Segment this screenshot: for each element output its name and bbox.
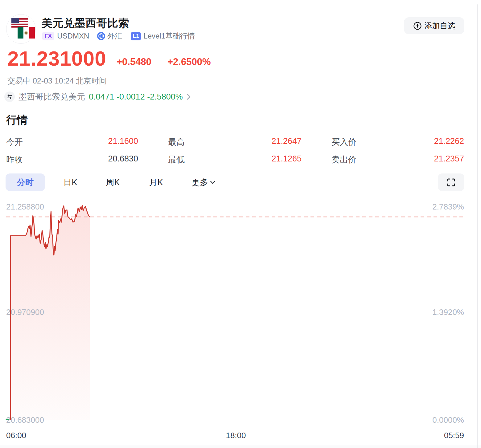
stat-label-bid: 买入价 (331, 136, 356, 148)
quote-page: 美元兑墨西哥比索 FX USDMXN 外汇 L1 Level1基础行情 添加自选… (0, 0, 481, 448)
level1-badge: L1 (131, 32, 141, 40)
swap-icon (4, 92, 15, 102)
stat-label-high: 最高 (168, 136, 185, 148)
y-axis-price-top: 21.258800 (6, 202, 44, 212)
stat-value-prev-close: 20.6830 (56, 154, 138, 164)
chevron-down-icon (210, 181, 216, 184)
stat-label-prev-close: 昨收 (6, 154, 23, 165)
market-section-title: 行情 (6, 113, 28, 127)
trading-status-time: 交易中 02-03 10:24 北京时间 (7, 76, 107, 86)
tab-monthly-k[interactable]: 月K (146, 173, 166, 191)
y-axis-pct-bottom: 0.0000% (396, 415, 464, 425)
chevron-right-icon (186, 93, 191, 101)
add-watchlist-button[interactable]: 添加自选 (404, 17, 464, 34)
stat-value-high: 21.2647 (216, 136, 302, 146)
tab-more[interactable]: 更多 (189, 173, 218, 191)
fullscreen-button[interactable] (438, 173, 464, 191)
stat-value-low: 21.1265 (216, 154, 302, 164)
y-axis-price-bottom: 20.683000 (6, 415, 44, 425)
mexico-flag-icon (18, 27, 35, 39)
tab-daily-k[interactable]: 日K (60, 173, 80, 191)
x-axis-start-time: 06:00 (6, 431, 26, 440)
stat-value-open: 21.1600 (56, 136, 138, 146)
instrument-badges: FX USDMXN 外汇 L1 Level1基础行情 (42, 31, 195, 41)
page-title: 美元兑墨西哥比索 (42, 16, 129, 31)
stat-value-bid: 21.2262 (385, 136, 464, 146)
more-label: 更多 (191, 177, 208, 188)
stat-label-open: 今开 (6, 136, 23, 148)
currency-pair-flags-icon (6, 14, 36, 44)
inverse-pair-link[interactable]: 墨西哥比索兑美元 0.0471 -0.0012 -2.5800% (4, 91, 191, 103)
market-tag-label: 外汇 (107, 31, 122, 41)
tab-weekly-k[interactable]: 周K (103, 173, 123, 191)
fullscreen-icon (447, 178, 455, 187)
fx-badge: FX (42, 32, 54, 40)
inverse-pair-label: 墨西哥比索兑美元 (18, 91, 85, 102)
last-price: 21.231000 (7, 47, 106, 70)
forex-globe-icon (97, 32, 105, 40)
add-watchlist-label: 添加自选 (425, 21, 455, 31)
inverse-pair-values: 0.0471 -0.0012 -2.5800% (89, 92, 183, 102)
x-axis-end-time: 05:59 (444, 431, 464, 440)
window-right-border (477, 4, 478, 448)
x-axis-mid-time: 18:00 (217, 431, 254, 440)
price-change: +0.5480 (117, 56, 151, 67)
stat-label-ask: 卖出价 (331, 154, 356, 165)
stat-value-ask: 21.2357 (385, 154, 464, 164)
plus-circle-icon (413, 22, 422, 30)
y-axis-pct-top: 2.7839% (396, 202, 464, 212)
y-axis-price-mid: 20.970900 (6, 307, 44, 317)
tab-minute-chart[interactable]: 分时 (6, 173, 45, 191)
bottom-strip (0, 445, 481, 448)
symbol-label: USDMXN (57, 32, 89, 40)
stat-label-low: 最低 (168, 154, 185, 165)
price-change-percent: +2.6500% (167, 56, 211, 67)
y-axis-pct-mid: 1.3920% (396, 307, 464, 317)
level1-label: Level1基础行情 (143, 31, 195, 41)
us-flag-icon (11, 18, 28, 28)
